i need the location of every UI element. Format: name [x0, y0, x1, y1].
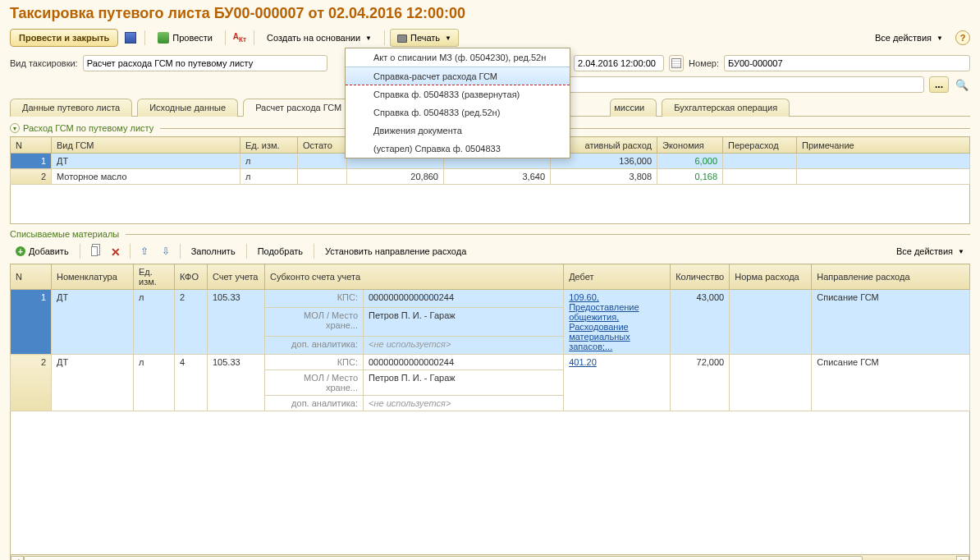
fill-button[interactable]: Заполнить — [185, 242, 241, 260]
col-over[interactable]: Перерасход — [723, 137, 797, 154]
col-dir[interactable]: Направление расхода — [812, 264, 970, 290]
ak-button[interactable]: АКт — [231, 29, 249, 47]
ak-icon: АКт — [233, 32, 246, 44]
create-based-button[interactable]: Создать на основании▼ — [259, 29, 379, 47]
cell: 3,808 — [551, 169, 657, 185]
collapse-icon[interactable]: ▾ — [10, 123, 20, 133]
tab-source-data[interactable]: Исходные данные — [137, 99, 238, 117]
print-menu-item-selected[interactable]: Справка-расчет расхода ГСМ — [346, 67, 570, 85]
col-sub[interactable]: Субконто счета учета — [265, 264, 564, 290]
col-ed[interactable]: Ед. изм. — [240, 137, 298, 154]
col-kfo[interactable]: КФО — [175, 264, 208, 290]
all-actions-button-2[interactable]: Все действия▼ — [891, 242, 970, 260]
cell: Петров П. И. - Гараж — [364, 307, 564, 336]
print-label: Печать — [410, 33, 440, 43]
materials-toolbar: +Добавить ✕ ⇧ ⇩ Заполнить Подобрать Уста… — [10, 242, 970, 260]
grid-empty-area — [10, 411, 970, 555]
separator — [254, 30, 254, 45]
cell: 72,000 — [671, 355, 730, 411]
cell: КПС: — [265, 290, 364, 308]
tab-waybill-data[interactable]: Данные путевого листа — [10, 99, 132, 117]
cell: МОЛ / Место хране... — [265, 370, 364, 396]
main-toolbar: Провести и закрыть Провести АКт Создать … — [10, 29, 970, 47]
cell: 0,168 — [657, 169, 723, 185]
set-direction-button[interactable]: Установить направление расхода — [319, 242, 472, 260]
cell: <не используется> — [369, 339, 451, 349]
col-n[interactable]: N — [11, 264, 52, 290]
post-icon — [158, 32, 169, 44]
plus-icon: + — [16, 246, 25, 256]
scroll-left-button[interactable]: ◄ — [11, 556, 24, 561]
cell: 2 — [175, 290, 208, 355]
cell: л — [134, 290, 175, 355]
col-acc[interactable]: Счет учета — [208, 264, 265, 290]
cell: 105.33 — [208, 355, 265, 411]
arrow-down-icon: ⇩ — [162, 246, 170, 257]
tab-accounting[interactable]: Бухгалтерская операция — [662, 99, 790, 117]
copy-button[interactable] — [85, 242, 103, 260]
col-vid[interactable]: Вид ГСМ — [52, 137, 240, 154]
vid-label: Вид таксировки: — [10, 58, 78, 68]
post-and-close-button[interactable]: Провести и закрыть — [10, 29, 118, 47]
col-n[interactable]: N — [11, 137, 52, 154]
post-label: Провести — [172, 33, 213, 43]
materials-row[interactable]: 1 ДТ л 2 105.33 КПС: 00000000000000244 1… — [11, 290, 970, 308]
debit-link[interactable]: 401.20 — [569, 357, 597, 367]
group-fuel-title: Расход ГСМ по путевому листу — [23, 123, 153, 133]
help-icon[interactable]: ? — [955, 30, 970, 45]
org-open-button[interactable]: 🔍 — [954, 76, 970, 93]
create-based-label: Создать на основании — [267, 33, 360, 43]
scroll-thumb[interactable] — [24, 556, 863, 561]
cell: 20,860 — [347, 169, 444, 185]
number-label: Номер: — [689, 58, 719, 68]
print-menu-item[interactable]: (устарел) Справка ф. 0504833 — [346, 140, 570, 158]
cell: 1 — [11, 290, 52, 355]
cell: 43,000 — [671, 290, 730, 355]
print-menu-item[interactable]: Справка ф. 0504833 (развернутая) — [346, 85, 570, 103]
scroll-right-button[interactable]: ► — [956, 556, 969, 561]
col-qty[interactable]: Количество — [671, 264, 730, 290]
col-ost[interactable]: Остато — [298, 137, 347, 154]
cell — [723, 154, 797, 169]
col-ed[interactable]: Ед. изм. — [134, 264, 175, 290]
move-up-button[interactable]: ⇧ — [135, 242, 153, 260]
tab-commission[interactable]: миссии — [610, 99, 657, 117]
col-norm[interactable]: Норма расхода — [730, 264, 812, 290]
separator — [180, 244, 181, 259]
all-actions-button[interactable]: Все действия▼ — [868, 29, 950, 47]
fuel-row[interactable]: 2 Моторное масло л 20,860 3,640 3,808 0,… — [11, 169, 970, 185]
debit-link[interactable]: 109.60, Предоставление общежития, Расход… — [569, 292, 639, 351]
add-label: Добавить — [29, 246, 69, 256]
date-input[interactable] — [574, 55, 664, 71]
cell: МОЛ / Место хране... — [265, 307, 364, 336]
post-button[interactable]: Провести — [150, 29, 220, 47]
cell — [730, 290, 812, 355]
delete-button[interactable]: ✕ — [107, 242, 125, 260]
cell: ДТ — [52, 290, 134, 355]
cell: 105.33 — [208, 290, 265, 355]
calendar-button[interactable] — [669, 55, 684, 71]
materials-row[interactable]: 2 ДТ л 4 105.33 КПС: 00000000000000244 4… — [11, 355, 970, 370]
pick-button[interactable]: Подобрать — [252, 242, 309, 260]
page-title: Таксировка путевого листа БУ00-000007 от… — [10, 5, 970, 22]
add-button[interactable]: +Добавить — [10, 242, 75, 260]
col-note[interactable]: Примечание — [797, 137, 970, 154]
print-menu-item[interactable]: Движения документа — [346, 122, 570, 140]
tab-fuel-calc[interactable]: Расчет расхода ГСМ — [243, 99, 354, 117]
grid-empty-area — [10, 185, 970, 224]
org-select-button[interactable]: ... — [929, 76, 949, 93]
cell: л — [134, 355, 175, 411]
print-button[interactable]: Печать▼ — [390, 29, 459, 47]
number-input[interactable] — [724, 55, 970, 71]
print-menu-item[interactable]: Акт о списании МЗ (ф. 0504230), ред.52н — [346, 48, 570, 67]
horizontal-scrollbar[interactable]: ◄ ► — [10, 555, 970, 560]
scroll-track[interactable] — [24, 556, 956, 561]
move-down-button[interactable]: ⇩ — [157, 242, 175, 260]
vid-input[interactable] — [83, 55, 327, 71]
save-button[interactable] — [121, 29, 140, 47]
col-econ[interactable]: Экономия — [657, 137, 723, 154]
col-nom[interactable]: Номенклатура — [52, 264, 134, 290]
col-deb[interactable]: Дебет — [564, 264, 671, 290]
print-menu-item[interactable]: Справка ф. 0504833 (ред.52н) — [346, 103, 570, 122]
cell: 4 — [175, 355, 208, 411]
